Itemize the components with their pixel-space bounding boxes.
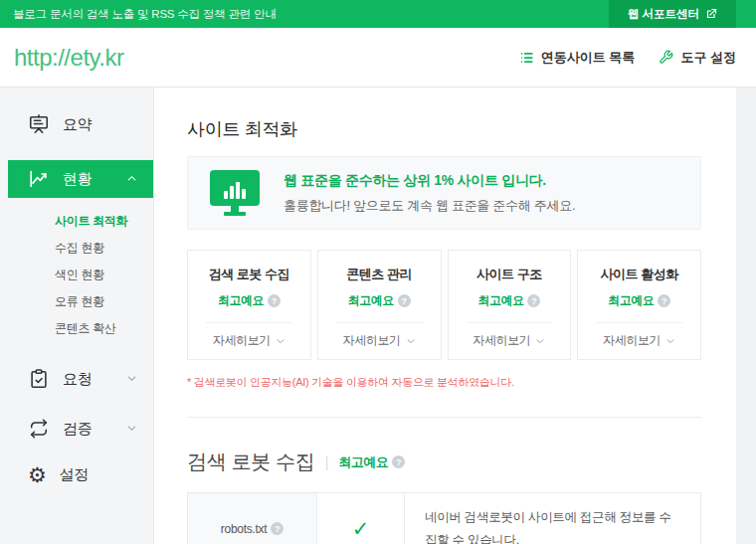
help-icon[interactable]: ? <box>658 294 670 307</box>
category-cards: 검색 로봇 수집 최고예요 ? 자세히보기 콘텐츠 관리 최고예요 ? <box>187 250 701 360</box>
status-sub-menu: 사이트 최적화 수집 현황 색인 현황 오류 현황 콘텐츠 확산 <box>0 198 153 350</box>
detail-toggle[interactable]: 자세히보기 <box>318 323 441 349</box>
chevron-up-icon <box>126 173 137 184</box>
line-chart-icon <box>28 168 50 190</box>
repeat-icon <box>28 418 50 440</box>
sidebar-subitem-site-optimization[interactable]: 사이트 최적화 <box>55 208 153 235</box>
chevron-down-icon <box>126 373 137 384</box>
card-title: 사이트 활성화 <box>578 266 700 283</box>
sidebar-subitem-index-status[interactable]: 색인 현황 <box>55 262 153 288</box>
site-header: http://ety.kr 연동사이트 목록 도구 설정 <box>0 28 756 88</box>
status-badge: 최고예요 <box>338 453 388 471</box>
banner-subtext: 훌륭합니다! 앞으로도 계속 웹 표준을 준수해 주세요. <box>284 197 575 215</box>
status-badge: 최고예요 <box>348 292 394 309</box>
gear-icon: ⚙ <box>28 464 47 485</box>
status-badge: 최고예요 <box>477 292 523 309</box>
sidebar-subitem-error-status[interactable]: 오류 현황 <box>55 288 153 315</box>
wrench-icon <box>659 50 673 65</box>
sidebar-item-label: 요약 <box>63 115 92 134</box>
page-title: 사이트 최적화 <box>187 117 701 141</box>
help-icon[interactable]: ? <box>392 455 405 468</box>
check-icon: ✓ <box>352 518 370 539</box>
monitor-chart-icon <box>208 170 262 216</box>
sidebar-item-label: 설정 <box>60 465 89 484</box>
sidebar-item-label: 검증 <box>63 420 92 439</box>
sidebar-item-status[interactable]: 현황 <box>8 160 153 198</box>
row-description: 네이버 검색로봇이 사이트에 접근해 정보를 수집할 수 있습니다. <box>405 493 700 544</box>
page-background-strip <box>736 88 756 544</box>
section-divider <box>187 417 701 418</box>
status-badge: 최고예요 <box>608 292 654 309</box>
help-icon[interactable]: ? <box>271 522 284 535</box>
card-site-structure: 사이트 구조 최고예요 ? 자세히보기 <box>448 250 572 360</box>
card-title: 콘텐츠 관리 <box>318 266 441 283</box>
presentation-board-icon <box>28 113 50 135</box>
chevron-down-icon <box>406 336 416 346</box>
sidebar-item-verify[interactable]: 검증 <box>0 410 153 448</box>
tool-settings-label: 도구 설정 <box>680 49 736 67</box>
sidebar-item-settings[interactable]: ⚙ 설정 <box>0 455 153 493</box>
banner-headline: 웹 표준을 준수하는 상위 1% 사이트 입니다. <box>284 172 575 190</box>
top-notice-bar: 블로그 문서의 검색 노출 및 RSS 수집 정책 관련 안내 웹 서포트센터 <box>0 0 756 28</box>
external-link-icon <box>705 8 717 20</box>
chevron-down-icon <box>665 336 675 346</box>
table-row-robots-txt: robots.txt ? ✓ 네이버 검색로봇이 사이트에 접근해 정보를 수집… <box>188 493 700 544</box>
list-icon <box>519 51 534 65</box>
help-icon[interactable]: ? <box>527 294 540 307</box>
linked-sites-button[interactable]: 연동사이트 목록 <box>519 49 636 67</box>
clipboard-check-icon <box>28 368 50 390</box>
row-label: robots.txt <box>221 522 267 536</box>
card-content-management: 콘텐츠 관리 최고예요 ? 자세히보기 <box>317 250 442 360</box>
card-title: 검색 로봇 수집 <box>188 266 310 283</box>
web-support-center-button[interactable]: 웹 서포트센터 <box>609 0 736 28</box>
sidebar-item-label: 요청 <box>63 370 92 389</box>
site-url[interactable]: http://ety.kr <box>14 44 123 72</box>
linked-sites-label: 연동사이트 목록 <box>541 49 636 67</box>
card-search-robot: 검색 로봇 수집 최고예요 ? 자세히보기 <box>187 250 311 360</box>
status-badge: 최고예요 <box>218 292 264 309</box>
sidebar-subitem-collection-status[interactable]: 수집 현황 <box>55 235 153 262</box>
separator: | <box>325 454 329 470</box>
web-standard-banner: 웹 표준을 준수하는 상위 1% 사이트 입니다. 훌륭합니다! 앞으로도 계속… <box>187 156 701 230</box>
sidebar-item-request[interactable]: 요청 <box>0 360 153 398</box>
detail-toggle[interactable]: 자세히보기 <box>188 323 310 349</box>
tool-settings-button[interactable]: 도구 설정 <box>659 49 736 67</box>
section-title: 검색 로봇 수집 <box>187 449 315 475</box>
chevron-down-icon <box>126 423 137 434</box>
help-icon[interactable]: ? <box>268 294 281 307</box>
support-center-label: 웹 서포트센터 <box>628 7 699 22</box>
sidebar-item-summary[interactable]: 요약 <box>0 105 153 143</box>
detail-toggle[interactable]: 자세히보기 <box>578 323 700 349</box>
robot-collection-section-header: 검색 로봇 수집 | 최고예요 ? <box>187 449 701 475</box>
ai-analysis-note: * 검색로봇이 인공지능(AI) 기술을 이용하여 자동으로 분석하였습니다. <box>187 375 701 390</box>
chevron-down-icon <box>276 336 285 346</box>
sidebar-subitem-content-spread[interactable]: 콘텐츠 확산 <box>55 315 153 342</box>
sidebar-item-label: 현황 <box>63 170 92 189</box>
robot-check-table: robots.txt ? ✓ 네이버 검색로봇이 사이트에 접근해 정보를 수집… <box>187 492 701 544</box>
card-title: 사이트 구조 <box>449 266 571 283</box>
chevron-down-icon <box>535 336 545 346</box>
sidebar: 요약 현황 사이트 최적화 수집 현황 색인 현황 오류 현황 콘텐츠 확산 <box>0 88 154 544</box>
notice-text[interactable]: 블로그 문서의 검색 노출 및 RSS 수집 정책 관련 안내 <box>0 7 277 22</box>
detail-toggle[interactable]: 자세히보기 <box>449 323 571 349</box>
card-site-activation: 사이트 활성화 최고예요 ? 자세히보기 <box>577 250 701 360</box>
help-icon[interactable]: ? <box>398 294 411 307</box>
main-content: 사이트 최적화 웹 표준을 준수하는 상위 1% 사이트 입니다. 훌륭합니다!… <box>154 88 736 544</box>
